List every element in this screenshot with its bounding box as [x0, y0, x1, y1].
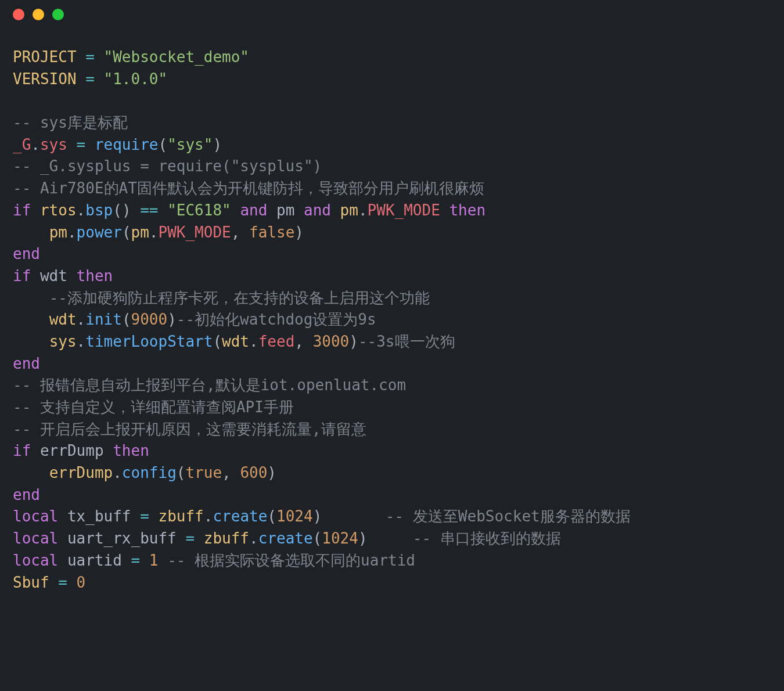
tok: if: [13, 201, 31, 219]
tok: _G: [13, 136, 31, 153]
comment: -- 报错信息自动上报到平台,默认是iot.openluat.com: [13, 376, 406, 394]
minimize-icon[interactable]: [33, 9, 44, 20]
tok: .: [249, 333, 258, 350]
tok: rtos: [40, 201, 77, 219]
tok: .: [77, 333, 86, 350]
tok: timerLoopStart: [85, 333, 213, 350]
tok: ): [313, 508, 322, 525]
comment: -- 开启后会上报开机原因，这需要消耗流量,请留意: [13, 420, 366, 438]
tok: false: [249, 224, 294, 241]
tok: pm: [49, 224, 67, 241]
tok: ): [294, 224, 304, 241]
tok: bsp: [85, 201, 113, 219]
tok: pm: [131, 224, 149, 241]
window-titlebar: [0, 0, 784, 29]
tok: wdt: [222, 333, 249, 350]
tok: =: [122, 552, 149, 569]
tok: end: [13, 355, 40, 372]
pad: [368, 530, 413, 547]
zoom-icon[interactable]: [52, 9, 64, 20]
tok: sys: [40, 136, 67, 153]
tok: ): [267, 464, 276, 481]
tok: config: [122, 464, 177, 481]
tok: ,: [222, 464, 240, 481]
tok: (: [122, 311, 131, 328]
tok: true: [185, 464, 222, 481]
tok: (: [267, 508, 276, 525]
tok: 1024: [322, 530, 358, 547]
tok: and: [231, 201, 276, 219]
tok: then: [440, 201, 485, 219]
comment: -- sys库是标配: [13, 114, 128, 131]
tok: .: [77, 201, 86, 219]
tok: (: [313, 530, 322, 547]
comment: -- 支持自定义，详细配置请查阅API手册: [13, 398, 294, 416]
pad: [322, 508, 386, 525]
code-block[interactable]: PROJECT = "Websocket_demo" VERSION = "1.…: [0, 29, 784, 606]
tok: 1024: [276, 508, 313, 525]
tok: .: [67, 224, 77, 241]
tok: (: [113, 201, 122, 219]
tok: local: [13, 508, 58, 525]
tok: PWK_MODE: [368, 201, 440, 219]
tok: Sbuf: [13, 574, 49, 591]
tok: 9000: [131, 311, 168, 328]
tok: (: [122, 224, 131, 241]
tok: 3000: [313, 333, 350, 350]
comment: -- Air780E的AT固件默认会为开机键防抖，导致部分用户刷机很麻烦: [13, 179, 484, 197]
tok: sys: [49, 333, 77, 350]
tok: .: [358, 201, 368, 219]
tok: ): [349, 333, 358, 350]
tok: =: [67, 136, 95, 153]
tok: local: [13, 552, 58, 569]
tok: create: [213, 508, 267, 525]
tok: =: [131, 508, 159, 525]
tok: =: [49, 574, 77, 591]
tok: tx_buff: [67, 508, 131, 525]
tok: ): [122, 201, 131, 219]
comment: --添加硬狗防止程序卡死，在支持的设备上启用这个功能: [49, 289, 430, 307]
tok: =: [77, 48, 104, 66]
tok: then: [67, 267, 113, 285]
comment: -- 根据实际设备选取不同的uartid: [158, 552, 415, 569]
tok: "EC618": [167, 201, 231, 219]
indent: [13, 289, 49, 307]
tok: (: [177, 464, 186, 481]
tok: ): [358, 530, 368, 547]
tok: wdt: [49, 311, 77, 328]
comment: -- 串口接收到的数据: [413, 530, 561, 547]
tok: feed: [258, 333, 295, 350]
tok: then: [104, 442, 149, 459]
tok: (: [213, 333, 222, 350]
tok: errDump: [49, 464, 113, 481]
comment: -- _G.sysplus = require("sysplus"): [13, 157, 322, 175]
tok: ,: [294, 333, 312, 350]
tok: .: [31, 136, 40, 153]
tok: end: [13, 486, 40, 503]
tok: PWK_MODE: [159, 224, 231, 241]
tok: uart_rx_buff: [67, 530, 177, 547]
tok: ): [213, 136, 222, 153]
tok: =: [177, 530, 204, 547]
tok: PROJECT: [13, 48, 77, 66]
tok: wdt: [40, 267, 67, 285]
tok: .: [204, 508, 213, 525]
close-icon[interactable]: [13, 9, 24, 20]
indent: [13, 333, 49, 350]
indent: [13, 464, 49, 481]
tok: "1.0.0": [104, 70, 168, 88]
code-window: PROJECT = "Websocket_demo" VERSION = "1.…: [0, 0, 784, 691]
tok: end: [13, 245, 40, 262]
tok: (: [158, 136, 167, 153]
comment: -- 发送至WebSocket服务器的数据: [386, 508, 631, 525]
tok: ): [167, 311, 177, 328]
comment: --初始化watchdog设置为9s: [177, 311, 376, 328]
tok: 600: [240, 464, 267, 481]
comment: --3s喂一次狗: [358, 333, 455, 350]
tok: pm: [340, 201, 358, 219]
tok: .: [149, 224, 159, 241]
tok: "sys": [167, 136, 213, 153]
tok: ==: [131, 201, 168, 219]
tok: local: [13, 530, 58, 547]
tok: zbuff: [158, 508, 203, 525]
